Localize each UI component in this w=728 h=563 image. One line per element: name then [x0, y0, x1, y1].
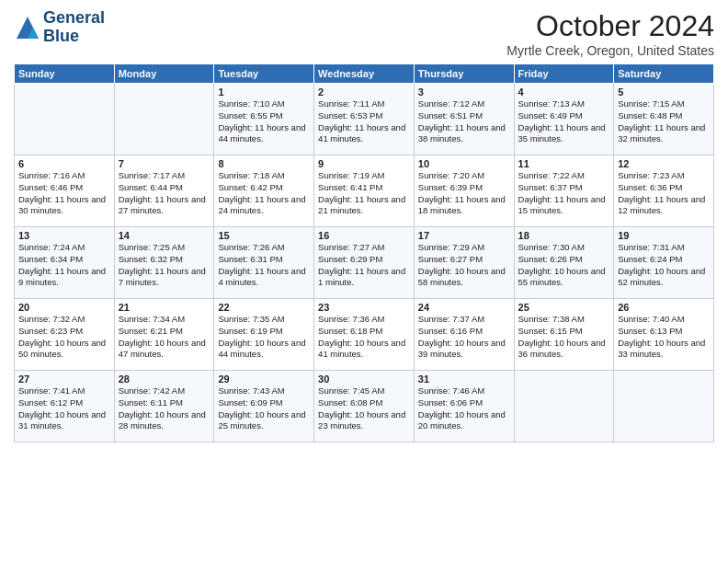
- day-number: 31: [418, 373, 510, 385]
- header-monday: Monday: [114, 64, 214, 84]
- cell-content: Sunrise: 7:22 AM Sunset: 6:37 PM Dayligh…: [518, 170, 610, 217]
- cell-content: Sunrise: 7:20 AM Sunset: 6:39 PM Dayligh…: [418, 170, 510, 217]
- logo-line2: Blue: [43, 28, 105, 46]
- cell-content: Sunrise: 7:19 AM Sunset: 6:41 PM Dayligh…: [318, 170, 410, 217]
- calendar-cell: 28Sunrise: 7:42 AM Sunset: 6:11 PM Dayli…: [114, 371, 214, 442]
- logo-line1: General: [43, 9, 105, 28]
- calendar-cell: 26Sunrise: 7:40 AM Sunset: 6:13 PM Dayli…: [614, 299, 714, 371]
- calendar-cell: 18Sunrise: 7:30 AM Sunset: 6:26 PM Dayli…: [514, 227, 614, 299]
- cell-content: Sunrise: 7:42 AM Sunset: 6:11 PM Dayligh…: [119, 385, 210, 432]
- calendar-cell: 22Sunrise: 7:35 AM Sunset: 6:19 PM Dayli…: [214, 299, 314, 371]
- header: General Blue October 2024 Myrtle Creek, …: [14, 9, 714, 58]
- calendar-cell: 2Sunrise: 7:11 AM Sunset: 6:53 PM Daylig…: [314, 84, 415, 155]
- day-number: 14: [119, 230, 210, 241]
- day-number: 28: [119, 373, 210, 385]
- logo-text: General Blue: [43, 9, 105, 46]
- cell-content: Sunrise: 7:10 AM Sunset: 6:55 PM Dayligh…: [218, 98, 310, 145]
- week-row-1: 1Sunrise: 7:10 AM Sunset: 6:55 PM Daylig…: [15, 84, 714, 155]
- day-number: 3: [418, 86, 510, 98]
- header-tuesday: Tuesday: [214, 64, 314, 84]
- day-number: 29: [218, 373, 310, 385]
- day-number: 12: [618, 158, 710, 169]
- cell-content: Sunrise: 7:43 AM Sunset: 6:09 PM Dayligh…: [218, 385, 310, 432]
- day-number: 25: [518, 302, 610, 313]
- cell-content: Sunrise: 7:11 AM Sunset: 6:53 PM Dayligh…: [318, 98, 410, 145]
- calendar-cell: 30Sunrise: 7:45 AM Sunset: 6:08 PM Dayli…: [314, 371, 415, 442]
- week-row-2: 6Sunrise: 7:16 AM Sunset: 6:46 PM Daylig…: [15, 155, 714, 227]
- logo-icon: [14, 14, 41, 41]
- calendar-cell: 25Sunrise: 7:38 AM Sunset: 6:15 PM Dayli…: [514, 299, 614, 371]
- month-title: October 2024: [506, 9, 714, 43]
- main-container: General Blue October 2024 Myrtle Creek, …: [0, 0, 728, 447]
- cell-content: Sunrise: 7:36 AM Sunset: 6:18 PM Dayligh…: [318, 314, 410, 361]
- calendar-cell: 24Sunrise: 7:37 AM Sunset: 6:16 PM Dayli…: [414, 299, 514, 371]
- day-number: 16: [318, 230, 410, 241]
- cell-content: Sunrise: 7:24 AM Sunset: 6:34 PM Dayligh…: [18, 242, 110, 289]
- calendar-cell: 10Sunrise: 7:20 AM Sunset: 6:39 PM Dayli…: [414, 155, 514, 227]
- calendar-cell: [614, 371, 714, 442]
- day-number: 22: [218, 302, 310, 313]
- cell-content: Sunrise: 7:25 AM Sunset: 6:32 PM Dayligh…: [119, 242, 210, 289]
- day-number: 5: [618, 86, 710, 98]
- cell-content: Sunrise: 7:15 AM Sunset: 6:48 PM Dayligh…: [618, 98, 710, 145]
- calendar-cell: 6Sunrise: 7:16 AM Sunset: 6:46 PM Daylig…: [15, 155, 115, 227]
- calendar-cell: [514, 371, 614, 442]
- cell-content: Sunrise: 7:18 AM Sunset: 6:42 PM Dayligh…: [218, 170, 310, 217]
- day-number: 30: [318, 373, 410, 385]
- calendar-cell: 15Sunrise: 7:26 AM Sunset: 6:31 PM Dayli…: [214, 227, 314, 299]
- calendar-cell: 4Sunrise: 7:13 AM Sunset: 6:49 PM Daylig…: [514, 84, 614, 155]
- header-wednesday: Wednesday: [314, 64, 415, 84]
- day-number: 20: [18, 302, 110, 313]
- calendar-cell: 14Sunrise: 7:25 AM Sunset: 6:32 PM Dayli…: [114, 227, 214, 299]
- day-number: 17: [418, 230, 510, 241]
- header-saturday: Saturday: [614, 64, 714, 84]
- calendar-cell: 27Sunrise: 7:41 AM Sunset: 6:12 PM Dayli…: [15, 371, 115, 442]
- calendar-cell: 21Sunrise: 7:34 AM Sunset: 6:21 PM Dayli…: [114, 299, 214, 371]
- cell-content: Sunrise: 7:17 AM Sunset: 6:44 PM Dayligh…: [119, 170, 210, 217]
- day-number: 15: [218, 230, 310, 241]
- day-number: 9: [318, 158, 410, 169]
- header-friday: Friday: [514, 64, 614, 84]
- location: Myrtle Creek, Oregon, United States: [506, 43, 714, 58]
- day-number: 21: [119, 302, 210, 313]
- cell-content: Sunrise: 7:45 AM Sunset: 6:08 PM Dayligh…: [318, 385, 410, 432]
- cell-content: Sunrise: 7:23 AM Sunset: 6:36 PM Dayligh…: [618, 170, 710, 217]
- week-row-4: 20Sunrise: 7:32 AM Sunset: 6:23 PM Dayli…: [15, 299, 714, 371]
- calendar-cell: 13Sunrise: 7:24 AM Sunset: 6:34 PM Dayli…: [15, 227, 115, 299]
- calendar-cell: 17Sunrise: 7:29 AM Sunset: 6:27 PM Dayli…: [414, 227, 514, 299]
- cell-content: Sunrise: 7:30 AM Sunset: 6:26 PM Dayligh…: [518, 242, 610, 289]
- logo: General Blue: [14, 9, 105, 46]
- day-number: 26: [618, 302, 710, 313]
- calendar-cell: 11Sunrise: 7:22 AM Sunset: 6:37 PM Dayli…: [514, 155, 614, 227]
- day-number: 23: [318, 302, 410, 313]
- header-sunday: Sunday: [15, 64, 115, 84]
- day-number: 18: [518, 230, 610, 241]
- calendar-cell: 29Sunrise: 7:43 AM Sunset: 6:09 PM Dayli…: [214, 371, 314, 442]
- day-number: 24: [418, 302, 510, 313]
- cell-content: Sunrise: 7:12 AM Sunset: 6:51 PM Dayligh…: [418, 98, 510, 145]
- calendar-cell: 31Sunrise: 7:46 AM Sunset: 6:06 PM Dayli…: [414, 371, 514, 442]
- calendar-cell: 9Sunrise: 7:19 AM Sunset: 6:41 PM Daylig…: [314, 155, 415, 227]
- calendar-cell: 8Sunrise: 7:18 AM Sunset: 6:42 PM Daylig…: [214, 155, 314, 227]
- cell-content: Sunrise: 7:32 AM Sunset: 6:23 PM Dayligh…: [18, 314, 110, 361]
- day-number: 2: [318, 86, 410, 98]
- week-row-5: 27Sunrise: 7:41 AM Sunset: 6:12 PM Dayli…: [15, 371, 714, 442]
- calendar-cell: 7Sunrise: 7:17 AM Sunset: 6:44 PM Daylig…: [114, 155, 214, 227]
- day-number: 10: [418, 158, 510, 169]
- calendar-cell: 19Sunrise: 7:31 AM Sunset: 6:24 PM Dayli…: [614, 227, 714, 299]
- calendar-cell: 3Sunrise: 7:12 AM Sunset: 6:51 PM Daylig…: [414, 84, 514, 155]
- calendar-cell: 20Sunrise: 7:32 AM Sunset: 6:23 PM Dayli…: [15, 299, 115, 371]
- title-block: October 2024 Myrtle Creek, Oregon, Unite…: [506, 9, 714, 58]
- calendar-cell: [114, 84, 214, 155]
- cell-content: Sunrise: 7:46 AM Sunset: 6:06 PM Dayligh…: [418, 385, 510, 432]
- day-number: 6: [18, 158, 110, 169]
- calendar-table: SundayMondayTuesdayWednesdayThursdayFrid…: [14, 63, 714, 442]
- day-number: 1: [218, 86, 310, 98]
- calendar-cell: 16Sunrise: 7:27 AM Sunset: 6:29 PM Dayli…: [314, 227, 415, 299]
- cell-content: Sunrise: 7:41 AM Sunset: 6:12 PM Dayligh…: [18, 385, 110, 432]
- cell-content: Sunrise: 7:37 AM Sunset: 6:16 PM Dayligh…: [418, 314, 510, 361]
- day-number: 13: [18, 230, 110, 241]
- day-number: 11: [518, 158, 610, 169]
- cell-content: Sunrise: 7:40 AM Sunset: 6:13 PM Dayligh…: [618, 314, 710, 361]
- day-number: 4: [518, 86, 610, 98]
